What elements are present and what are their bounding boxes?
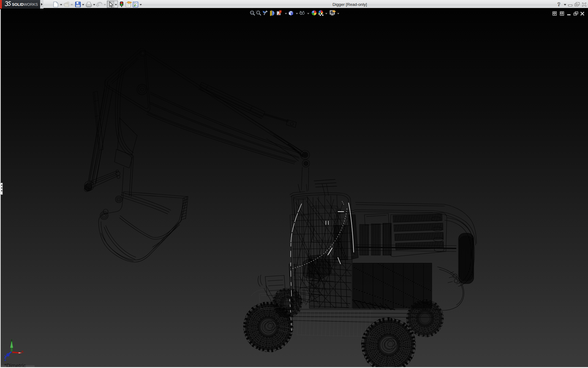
svg-text:?: ? [557,2,560,7]
